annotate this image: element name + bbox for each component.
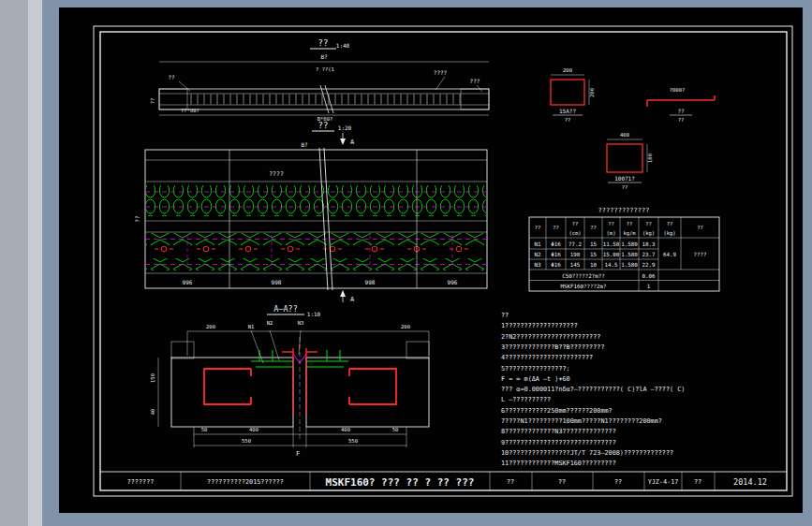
table-cell: 0.06 [642,273,656,279]
titleblock-cell: ?? [694,478,701,486]
section-mark-top-arrow [340,139,346,145]
table-cell: Φ16 [551,241,561,247]
drawing-title: MSKF160? ??? ?? ? ?? ??? [326,476,475,489]
table-cell: 22.9 [642,262,656,268]
view-title: ?? [318,38,329,48]
scale-label: 1:20 [338,124,352,131]
leader-label: ?? [168,74,175,80]
dim-label: 200 [206,324,215,329]
titleblock-cell: ??????? [127,478,155,486]
plan-view: ?? 1:20 B? A ???? 996 998 998 996 [134,121,487,303]
elevation-view: ?? 1:40 B? ? ??(1 ?? ???? ??? ??*80? B*8… [150,38,489,122]
dim-label: 200 [589,88,595,97]
note-line: 9????????????????????????????? [501,439,616,446]
table-header-cell: ?? [667,221,673,226]
note-line: ??? α=0.000011?nδα?—???????????( C)?lA —… [501,386,685,393]
table-cell: 23.7 [642,252,656,257]
table-cell: 15.00 [603,252,620,257]
dim-label: F [296,450,300,458]
table-cell: 18.3 [642,241,656,247]
table-title: ????????????? [598,207,650,214]
note-line: ?? [501,312,509,319]
view-title: A—A?? [273,304,298,314]
detail-anchor-plate: 200 200 15A?? ?? [551,67,595,123]
table-cell: 14.5 [605,262,618,268]
table-cell: 190 [570,252,581,257]
dim-label: B? [320,53,328,60]
note-line: 11????????????MSKF160????????? [501,460,616,467]
drawing-number: YJZ-4-17 [648,478,679,486]
dim-label: 550 [348,438,358,444]
note-line: 10????????????????JT/T 723—2008)????????… [501,449,673,457]
dim-label: ??*80? [181,108,199,113]
dim-label: 400 [249,427,258,432]
scale-label: 1:10 [307,311,321,317]
section-mark-label: A [350,139,355,146]
table-cell: Φ16 [551,252,561,257]
detail-steel-plate: 400 100 100?1? ?? [607,132,653,190]
table-header-cell: ?? [697,225,703,230]
table-header-cell: ?? [645,221,652,226]
table-header-cell: ?? [553,225,559,230]
note-line: L —?????????? [501,396,551,403]
table-cell: 64.9 [663,252,676,257]
dim-label: 996 [448,279,458,285]
dim-label: 50 [392,427,399,432]
dim-label: 40 [150,409,155,416]
note-line: 3?????????????B??B????????? [501,343,605,351]
titleblock-cell: ??????????2015?????? [207,478,284,486]
leader-label: ???? [434,69,448,76]
detail-bent-bar: ?000? ?? ?? [647,87,715,123]
table-header-cell: ?? [590,225,597,230]
table-cell: 15 [590,252,597,257]
dim-label: 400 [620,132,629,138]
rebar-label: N3 [298,320,304,326]
scale-label: 1:40 [336,42,350,49]
dim-label: 998 [365,279,376,285]
dim-label: 400 [341,427,350,432]
table-header-cell: (m) [607,230,616,236]
dim-label: ?? [134,215,140,223]
table-cell: C50?????2?m?? [562,273,604,279]
table-cell: 77.2 [568,241,582,247]
left-panel [0,0,28,526]
detail-label: 100?1? [614,175,635,182]
dim-label: ? ??(1 [316,66,334,72]
table-cell: 145 [570,262,581,268]
note-line: F = ∞ m(ΔA —t )+60 [501,375,570,383]
table-header-cell: kg/m [623,230,636,237]
table-header-cell: (cm) [568,230,581,236]
table-header-cell: ?? [535,225,541,230]
note-line: 1??????????????????? [501,322,578,329]
dim-label: 998 [272,279,282,285]
cad-canvas: ?? 1:40 B? ? ??(1 ?? ???? ??? ??*80? B*8… [59,7,803,513]
detail-label: ?? [678,117,685,123]
left-panel-divider [28,0,43,526]
table-header-cell: ?? [608,221,614,226]
dim-label: ?? [150,98,155,105]
table-cell: ???? [694,252,707,257]
note-line: 6???????????250mm??????200mm? [501,407,613,415]
dim-label: 200 [563,67,572,73]
label: ???? [269,170,284,178]
dim-label: ?000? [670,87,686,93]
note-line: 2?N2?????????????????????? [501,333,600,341]
title-block: ??????? ??????????2015?????? MSKF160? ??… [100,472,787,490]
leader-label: ??? [470,78,480,84]
detail-label: ?? [677,108,685,114]
detail-label: ?? [565,117,571,123]
table-cell: 1.580 [621,241,638,247]
section-mark-label: A [350,296,355,303]
table-header-cell: ?? [627,221,633,226]
titleblock-cell: ?? [614,478,622,486]
rebar-label: N1 [248,324,255,329]
table-cell: MSKF160????2m? [561,284,607,289]
section-mark-bottom-arrow [340,290,346,297]
detail-label: 15A?? [559,108,576,114]
dim-label: B? [301,141,308,148]
dim-label: 100 [647,153,653,163]
table-header-cell: (kg) [642,230,655,237]
table-header-cell: ?? [572,221,579,226]
table-header-cell: (kg) [663,230,675,237]
table-cell: N3 [535,262,541,268]
